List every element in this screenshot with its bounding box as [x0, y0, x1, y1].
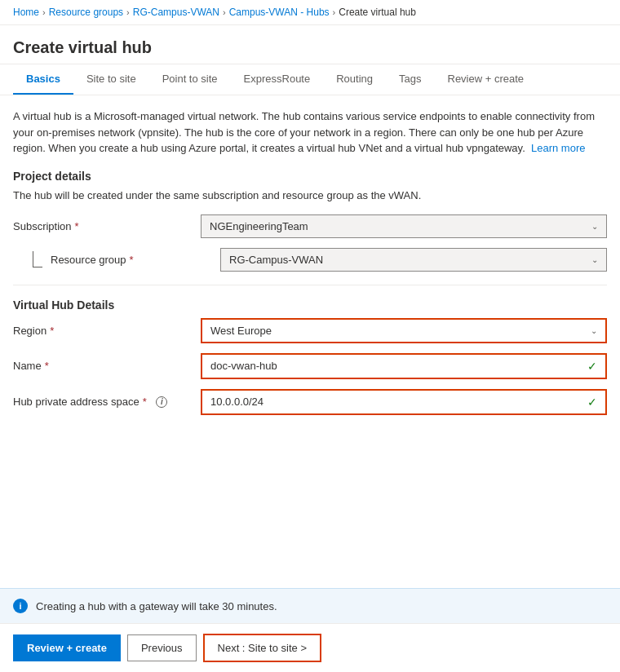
- indent-line: [33, 251, 42, 267]
- content-area: Create virtual hub Basics Site to site P…: [0, 25, 620, 555]
- address-input[interactable]: 10.0.0.0/24 ✓: [201, 389, 607, 415]
- resource-group-label: Resource group *: [33, 251, 220, 267]
- tab-basics[interactable]: Basics: [13, 64, 73, 95]
- region-control: West Europe ⌄: [201, 318, 607, 343]
- address-control: 10.0.0.0/24 ✓: [201, 389, 607, 415]
- tab-tags[interactable]: Tags: [386, 64, 434, 95]
- resource-group-value: RG-Campus-VWAN: [229, 254, 323, 266]
- breadcrumb-current: Create virtual hub: [339, 7, 416, 18]
- resource-group-control: RG-Campus-VWAN ⌄: [220, 248, 607, 272]
- tab-review-create[interactable]: Review + create: [435, 64, 538, 95]
- subscription-label: Subscription *: [13, 220, 201, 232]
- name-control: doc-vwan-hub ✓: [201, 353, 607, 379]
- hub-details-header: Virtual Hub Details: [13, 298, 607, 312]
- region-input[interactable]: West Europe ⌄: [201, 318, 607, 343]
- tab-expressroute[interactable]: ExpressRoute: [231, 64, 324, 95]
- name-group: Name * doc-vwan-hub ✓: [13, 353, 607, 379]
- section-divider: [13, 285, 607, 285]
- name-label: Name *: [13, 360, 201, 372]
- subscription-required: *: [75, 220, 79, 232]
- tab-site-to-site[interactable]: Site to site: [73, 64, 149, 95]
- breadcrumb-resource-groups[interactable]: Resource groups: [49, 7, 123, 18]
- resource-group-group: Resource group * RG-Campus-VWAN ⌄: [13, 248, 607, 272]
- subscription-value: NGEngineeringTeam: [210, 220, 308, 232]
- learn-more-link[interactable]: Learn more: [531, 142, 585, 154]
- subscription-select[interactable]: NGEngineeringTeam ⌄: [201, 214, 607, 238]
- info-bar: i Creating a hub with a gateway will tak…: [0, 588, 620, 623]
- name-required: *: [45, 360, 49, 372]
- resource-group-chevron: ⌄: [591, 255, 598, 264]
- address-info-icon[interactable]: i: [156, 396, 167, 408]
- region-label: Region *: [13, 325, 201, 337]
- page-title: Create virtual hub: [0, 25, 620, 64]
- address-required: *: [143, 396, 147, 408]
- tab-routing[interactable]: Routing: [323, 64, 386, 95]
- breadcrumb-sep-2: ›: [126, 7, 130, 17]
- breadcrumb-sep-3: ›: [223, 7, 226, 17]
- previous-button[interactable]: Previous: [127, 634, 197, 661]
- name-check-icon: ✓: [587, 360, 597, 373]
- address-value: 10.0.0.0/24: [210, 396, 264, 408]
- breadcrumb-rg-campus[interactable]: RG-Campus-VWAN: [133, 7, 219, 18]
- resource-group-required: *: [130, 254, 134, 266]
- project-details-subtext: The hub will be created under the same s…: [13, 189, 607, 201]
- address-check-icon: ✓: [587, 396, 597, 409]
- subscription-group: Subscription * NGEngineeringTeam ⌄: [13, 214, 607, 238]
- page-wrapper: Home › Resource groups › RG-Campus-VWAN …: [0, 0, 620, 672]
- review-create-button[interactable]: Review + create: [13, 634, 121, 661]
- action-bar: Review + create Previous Next : Site to …: [0, 623, 620, 672]
- breadcrumb: Home › Resource groups › RG-Campus-VWAN …: [0, 0, 620, 25]
- name-value: doc-vwan-hub: [210, 360, 277, 372]
- address-group: Hub private address space * i 10.0.0.0/2…: [13, 389, 607, 415]
- subscription-control: NGEngineeringTeam ⌄: [201, 214, 607, 238]
- project-details-header: Project details: [13, 170, 607, 183]
- info-bar-icon: i: [13, 599, 28, 613]
- breadcrumb-sep-1: ›: [42, 7, 46, 17]
- region-chevron: ⌄: [591, 326, 597, 335]
- next-button[interactable]: Next : Site to site >: [203, 634, 321, 662]
- name-input[interactable]: doc-vwan-hub ✓: [201, 353, 607, 379]
- breadcrumb-campus-vwan-hubs[interactable]: Campus-VWAN - Hubs: [229, 7, 330, 18]
- breadcrumb-sep-4: ›: [333, 7, 336, 17]
- region-group: Region * West Europe ⌄: [13, 318, 607, 343]
- breadcrumb-home[interactable]: Home: [13, 7, 39, 18]
- subscription-chevron: ⌄: [591, 222, 598, 231]
- region-value: West Europe: [210, 325, 272, 337]
- bottom-section: i Creating a hub with a gateway will tak…: [0, 555, 620, 672]
- description-text: A virtual hub is a Microsoft-managed vir…: [13, 108, 607, 157]
- tab-point-to-site[interactable]: Point to site: [149, 64, 231, 95]
- address-label: Hub private address space * i: [13, 396, 201, 408]
- region-required: *: [50, 325, 54, 337]
- resource-group-select[interactable]: RG-Campus-VWAN ⌄: [220, 248, 607, 272]
- tab-bar: Basics Site to site Point to site Expres…: [0, 64, 620, 95]
- main-content: A virtual hub is a Microsoft-managed vir…: [0, 95, 620, 415]
- info-bar-text: Creating a hub with a gateway will take …: [36, 600, 277, 612]
